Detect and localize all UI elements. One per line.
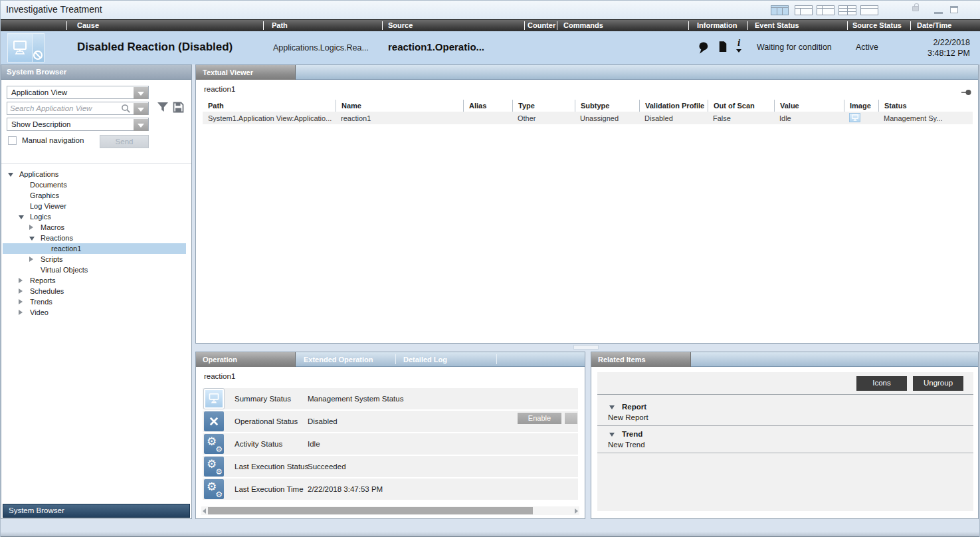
search-icon[interactable]: [121, 104, 131, 115]
tab-textual-viewer[interactable]: Textual Viewer: [196, 65, 296, 80]
cell-out-of-scan[interactable]: False: [708, 112, 774, 124]
tree-item-logics[interactable]: Logics: [3, 211, 186, 222]
related-items-tabbar: Related Items: [591, 352, 978, 367]
save-icon[interactable]: [173, 102, 184, 116]
system-browser-panel: System Browser Application View Show Des…: [1, 64, 192, 519]
pin-icon[interactable]: [961, 86, 971, 98]
tree-item-macros[interactable]: Macros: [3, 222, 186, 233]
layout-top-left-icon[interactable]: [795, 5, 813, 15]
related-items-body: Icons Ungroup Report New Report Trend Ne…: [597, 372, 973, 511]
column-counter: Counter: [528, 21, 555, 29]
tab-extended-operation[interactable]: Extended Operation: [297, 352, 380, 367]
column-separator: [557, 21, 557, 30]
collapsed-arrow-icon[interactable]: [19, 298, 27, 306]
lock-icon[interactable]: [912, 6, 919, 11]
comment-balloon-icon[interactable]: [698, 41, 708, 57]
chevron-down-icon[interactable]: [134, 119, 148, 131]
th-name[interactable]: Name: [336, 100, 463, 112]
system-browser-footer-bar[interactable]: System Browser: [3, 504, 190, 518]
collapsed-arrow-icon[interactable]: [19, 287, 27, 295]
layout-grid-icon[interactable]: [838, 5, 856, 15]
collapsed-arrow-icon[interactable]: [19, 276, 27, 284]
icons-button[interactable]: Icons: [856, 376, 907, 391]
chevron-down-icon[interactable]: [134, 103, 148, 115]
cell-name[interactable]: reaction1: [336, 112, 463, 124]
enable-button[interactable]: Enable: [518, 413, 561, 424]
cell-value[interactable]: Idle: [774, 112, 844, 124]
th-validation-profile[interactable]: Validation Profile: [639, 100, 708, 112]
related-item-new-trend[interactable]: New Trend: [597, 439, 973, 451]
maximize-button[interactable]: [950, 6, 958, 13]
cell-status[interactable]: Management Sy...: [878, 112, 973, 124]
th-out-of-scan[interactable]: Out of Scan: [708, 100, 774, 112]
operation-row-activity-status: ⚙⚙ Activity Status Idle: [203, 433, 578, 455]
scroll-left-icon[interactable]: [203, 508, 206, 514]
tab-operation[interactable]: Operation: [196, 352, 296, 367]
tree-item-reaction1-selected[interactable]: reaction1: [3, 243, 186, 254]
th-type[interactable]: Type: [512, 100, 575, 112]
related-group-report: Report New Report: [597, 399, 973, 426]
tree-item-schedules[interactable]: Schedules: [3, 286, 186, 296]
th-path[interactable]: Path: [203, 100, 336, 112]
manual-navigation-checkbox[interactable]: [8, 136, 17, 145]
gears-icon: ⚙⚙: [204, 479, 224, 499]
collapsed-arrow-icon[interactable]: [29, 255, 37, 263]
enable-split-button[interactable]: [565, 413, 577, 424]
layout-three-columns-icon[interactable]: [771, 5, 789, 15]
tree-item-trends[interactable]: Trends: [3, 296, 186, 307]
th-alias[interactable]: Alias: [463, 100, 512, 112]
tab-related-items[interactable]: Related Items: [591, 352, 691, 367]
description-selector[interactable]: Show Description: [7, 118, 149, 131]
expanded-arrow-icon[interactable]: [609, 430, 619, 438]
layout-left-column-icon[interactable]: [817, 5, 834, 15]
ungroup-button[interactable]: Ungroup: [913, 376, 963, 391]
scrollbar-thumb[interactable]: [208, 507, 533, 514]
collapsed-arrow-icon[interactable]: [29, 223, 37, 231]
tree-item-scripts[interactable]: Scripts: [3, 254, 186, 265]
th-image[interactable]: Image: [844, 100, 878, 112]
scroll-right-icon[interactable]: [575, 508, 578, 514]
event-row[interactable]: Disabled Reaction (Disabled) Application…: [1, 31, 980, 64]
expanded-arrow-icon[interactable]: [29, 234, 37, 242]
tab-detailed-log[interactable]: Detailed Log: [397, 352, 454, 367]
system-browser-title: System Browser: [1, 65, 191, 76]
tree-item-reports[interactable]: Reports: [3, 275, 186, 286]
view-selector[interactable]: Application View: [7, 86, 149, 99]
search-box[interactable]: [7, 102, 149, 115]
expanded-arrow-icon[interactable]: [8, 170, 16, 178]
cell-validation-profile[interactable]: Disabled: [639, 112, 708, 124]
send-button[interactable]: Send: [100, 135, 149, 148]
filter-icon[interactable]: [157, 102, 169, 116]
tree-item-documents[interactable]: Documents: [3, 179, 186, 190]
tree-item-virtual-objects[interactable]: Virtual Objects: [3, 265, 186, 275]
expanded-arrow-icon[interactable]: [19, 213, 27, 221]
expanded-arrow-icon[interactable]: [609, 403, 619, 411]
chevron-down-icon[interactable]: [134, 87, 148, 99]
document-icon[interactable]: [718, 41, 728, 55]
tree-item-reactions[interactable]: Reactions: [3, 233, 186, 243]
related-group-trend-header[interactable]: Trend: [597, 426, 973, 439]
cell-path[interactable]: System1.Application View:Applicatio...: [203, 112, 336, 124]
horizontal-scrollbar[interactable]: [201, 506, 579, 515]
tree-item-applications[interactable]: Applications: [3, 169, 186, 179]
operation-object-label: reaction1: [204, 372, 235, 380]
cell-alias[interactable]: [463, 112, 512, 124]
splitter-grip[interactable]: [573, 345, 599, 350]
related-group-report-header[interactable]: Report: [597, 399, 973, 412]
th-status[interactable]: Status: [878, 100, 973, 112]
operation-row-last-execution-time: ⚙⚙ Last Execution Time 2/22/2018 3:47:53…: [203, 479, 578, 500]
tree-item-graphics[interactable]: Graphics: [3, 190, 186, 201]
minimize-button[interactable]: [934, 12, 943, 14]
layout-single-icon[interactable]: [860, 5, 878, 15]
search-input[interactable]: [10, 103, 116, 113]
information-dropdown-icon[interactable]: i: [735, 38, 743, 53]
collapsed-arrow-icon[interactable]: [19, 308, 27, 316]
cell-image[interactable]: [844, 112, 878, 124]
tree-item-log-viewer[interactable]: Log Viewer: [3, 201, 186, 211]
th-subtype[interactable]: Subtype: [575, 100, 639, 112]
th-value[interactable]: Value: [774, 100, 844, 112]
cell-type[interactable]: Other: [512, 112, 575, 124]
tree-item-video[interactable]: Video: [3, 307, 186, 318]
cell-subtype[interactable]: Unassigned: [575, 112, 639, 124]
related-item-new-report[interactable]: New Report: [597, 412, 973, 424]
